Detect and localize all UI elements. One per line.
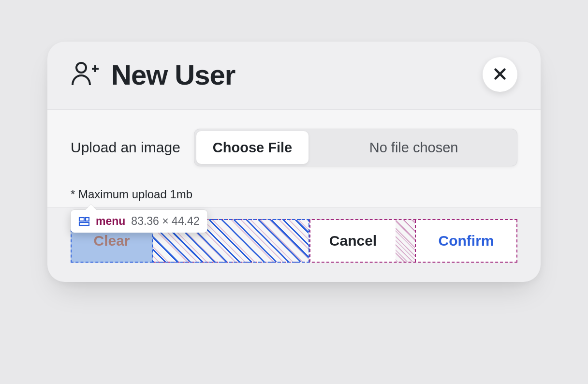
svg-point-0 (76, 63, 86, 73)
cancel-button[interactable]: Cancel (309, 220, 396, 262)
file-picker: Choose File No file chosen (194, 129, 517, 166)
upload-row: Upload an image Choose File No file chos… (71, 129, 517, 166)
file-status: No file chosen (310, 129, 517, 166)
close-icon (492, 66, 508, 83)
close-button[interactable] (483, 57, 517, 92)
devtools-tooltip: menu 83.36 × 44.42 (71, 210, 207, 233)
dialog-title: New User (111, 59, 235, 91)
svg-rect-5 (79, 218, 84, 221)
layout-icon (78, 216, 90, 227)
tooltip-dimensions: 83.36 × 44.42 (131, 215, 199, 228)
user-plus-icon (71, 60, 100, 89)
choose-file-button[interactable]: Choose File (196, 131, 309, 164)
svg-rect-6 (86, 218, 89, 221)
confirm-button[interactable]: Confirm (415, 220, 516, 262)
new-user-dialog: New User Upload an image Choose File No … (47, 42, 541, 282)
upload-hint: * Maximum upload 1mb menu 83.36 × 44.42 (71, 188, 517, 207)
tooltip-tag: menu (96, 215, 125, 228)
dialog-header: New User (47, 42, 541, 110)
button-gap (396, 220, 415, 262)
header-left: New User (71, 59, 235, 91)
dialog-body: Upload an image Choose File No file chos… (47, 110, 541, 207)
upload-label: Upload an image (71, 139, 180, 156)
svg-rect-7 (79, 222, 89, 225)
